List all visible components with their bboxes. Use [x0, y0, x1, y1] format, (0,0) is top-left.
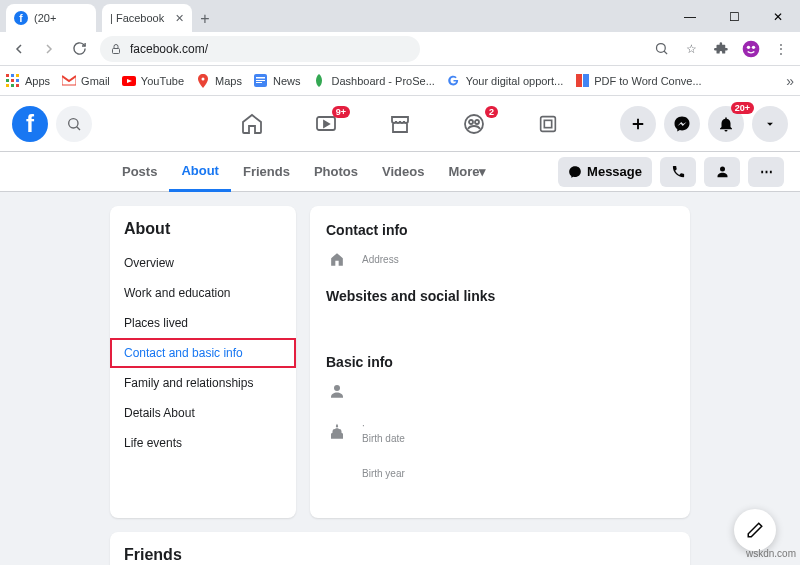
- page-content: Posts About Friends Photos Videos More ▾…: [0, 152, 800, 565]
- svg-point-1: [656, 44, 665, 53]
- reload-button[interactable]: [66, 36, 92, 62]
- address-row: Address: [326, 248, 674, 270]
- svg-point-2: [743, 40, 760, 57]
- tab-about[interactable]: About: [169, 152, 231, 192]
- sidebar-item-places[interactable]: Places lived: [110, 308, 296, 338]
- svg-rect-20: [576, 74, 582, 87]
- back-button[interactable]: [6, 36, 32, 62]
- sidebar-item-overview[interactable]: Overview: [110, 248, 296, 278]
- svg-rect-19: [256, 82, 262, 83]
- tab-videos[interactable]: Videos: [370, 152, 436, 192]
- search-button[interactable]: [56, 106, 92, 142]
- svg-rect-12: [11, 84, 14, 87]
- profile-tabs: Posts About Friends Photos Videos More ▾…: [0, 152, 800, 192]
- svg-rect-6: [11, 74, 14, 77]
- bookmark-dashboard[interactable]: Dashboard - ProSe...: [312, 74, 434, 88]
- bookmark-gmail[interactable]: Gmail: [62, 74, 110, 88]
- call-button[interactable]: [660, 157, 696, 187]
- svg-rect-28: [544, 120, 551, 127]
- profile-avatar[interactable]: [738, 36, 764, 62]
- close-tab-icon[interactable]: ✕: [175, 12, 184, 25]
- bookmark-maps[interactable]: Maps: [196, 74, 242, 88]
- notifications-button[interactable]: 20+: [708, 106, 744, 142]
- svg-rect-5: [6, 74, 9, 77]
- more-actions-button[interactable]: ⋯: [748, 157, 784, 187]
- edit-fab-button[interactable]: [734, 509, 776, 551]
- birthyear-row: Birth year: [326, 462, 674, 484]
- bookmarks-bar: Apps Gmail YouTube Maps News Dashboard -…: [0, 66, 800, 96]
- svg-rect-11: [6, 84, 9, 87]
- svg-point-22: [69, 118, 78, 127]
- home-icon[interactable]: [238, 110, 266, 138]
- gender-row: [326, 380, 674, 402]
- apps-grid-icon: [6, 74, 20, 88]
- svg-rect-21: [583, 74, 589, 87]
- birth-date-label: Birth date: [362, 433, 405, 444]
- gaming-icon[interactable]: [534, 110, 562, 138]
- bookmarks-overflow-icon[interactable]: »: [786, 73, 794, 89]
- youtube-icon: [122, 74, 136, 88]
- chrome-menu-icon[interactable]: ⋮: [768, 36, 794, 62]
- forward-button[interactable]: [36, 36, 62, 62]
- svg-point-26: [475, 120, 479, 124]
- zoom-icon[interactable]: [648, 36, 674, 62]
- profile-button[interactable]: [704, 157, 740, 187]
- new-tab-button[interactable]: +: [192, 6, 218, 32]
- groups-icon[interactable]: 2: [460, 110, 488, 138]
- minimize-button[interactable]: —: [668, 2, 712, 32]
- maximize-button[interactable]: ☐: [712, 2, 756, 32]
- sidebar-item-contact[interactable]: Contact and basic info: [110, 338, 296, 368]
- bookmark-star-icon[interactable]: ☆: [678, 36, 704, 62]
- tab-posts[interactable]: Posts: [110, 152, 169, 192]
- sidebar-heading: About: [110, 220, 296, 248]
- cake-icon: [326, 421, 348, 443]
- facebook-header: f 9+ 2 20+: [0, 96, 800, 152]
- sidebar-item-family[interactable]: Family and relationships: [110, 368, 296, 398]
- extensions-icon[interactable]: [708, 36, 734, 62]
- sidebar-item-life[interactable]: Life events: [110, 428, 296, 458]
- tab-more[interactable]: More ▾: [436, 152, 498, 192]
- browser-tab-active[interactable]: | Facebook ✕: [102, 4, 192, 32]
- section-websites: Websites and social links: [326, 288, 674, 304]
- browser-tab-strip: f (20+ | Facebook ✕ + — ☐ ✕: [0, 0, 800, 32]
- bookmark-apps[interactable]: Apps: [6, 74, 50, 88]
- browser-tab[interactable]: f (20+: [6, 4, 96, 32]
- close-window-button[interactable]: ✕: [756, 2, 800, 32]
- tab-friends[interactable]: Friends: [231, 152, 302, 192]
- svg-rect-18: [256, 80, 265, 81]
- svg-rect-0: [113, 48, 120, 53]
- leaf-icon: [312, 74, 326, 88]
- section-contact-info: Contact info: [326, 222, 674, 238]
- svg-rect-13: [16, 84, 19, 87]
- tab-photos[interactable]: Photos: [302, 152, 370, 192]
- sidebar-item-work[interactable]: Work and education: [110, 278, 296, 308]
- svg-point-25: [469, 120, 473, 124]
- bookmark-youtube[interactable]: YouTube: [122, 74, 184, 88]
- messenger-button[interactable]: [664, 106, 700, 142]
- svg-rect-10: [16, 79, 19, 82]
- bookmark-google[interactable]: Your digital opport...: [447, 74, 563, 88]
- message-button[interactable]: Message: [558, 157, 652, 187]
- account-menu-button[interactable]: [752, 106, 788, 142]
- bookmark-pdf[interactable]: PDF to Word Conve...: [575, 74, 701, 88]
- create-button[interactable]: [620, 106, 656, 142]
- facebook-favicon-icon: f: [14, 11, 28, 25]
- svg-point-15: [202, 77, 205, 80]
- watermark: wskdn.com: [746, 548, 796, 559]
- svg-point-29: [720, 167, 725, 172]
- facebook-logo-icon[interactable]: f: [12, 106, 48, 142]
- watch-icon[interactable]: 9+: [312, 110, 340, 138]
- lock-icon: [110, 43, 122, 55]
- svg-rect-7: [16, 74, 19, 77]
- sidebar-item-details[interactable]: Details About: [110, 398, 296, 428]
- watch-badge: 9+: [332, 106, 350, 118]
- bookmark-news[interactable]: News: [254, 74, 301, 88]
- window-controls: — ☐ ✕: [668, 2, 800, 32]
- address-bar[interactable]: facebook.com/: [100, 36, 420, 62]
- svg-point-3: [747, 45, 750, 48]
- marketplace-icon[interactable]: [386, 110, 414, 138]
- svg-point-30: [334, 385, 340, 391]
- svg-rect-27: [541, 116, 556, 131]
- profile-actions: Message ⋯: [558, 157, 784, 187]
- address-label: Address: [362, 254, 399, 265]
